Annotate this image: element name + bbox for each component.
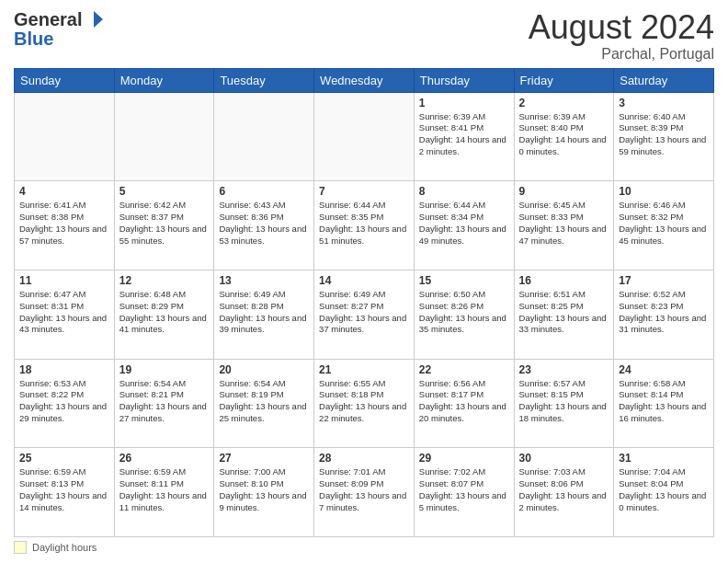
calendar-cell: 3Sunrise: 6:40 AMSunset: 8:39 PMDaylight…: [614, 92, 714, 181]
calendar-day-header: Monday: [114, 68, 214, 92]
cell-content: Sunset: 8:09 PM: [319, 478, 409, 490]
daylight-box-icon: [14, 541, 27, 554]
cell-content: Daylight: 14 hours and 0 minutes.: [519, 134, 609, 158]
cell-content: Daylight: 13 hours and 11 minutes.: [119, 490, 210, 514]
calendar-cell: 22Sunrise: 6:56 AMSunset: 8:17 PMDayligh…: [414, 359, 514, 448]
calendar-cell: 20Sunrise: 6:54 AMSunset: 8:19 PMDayligh…: [214, 359, 314, 448]
day-number: 24: [619, 363, 709, 376]
svg-marker-0: [94, 11, 103, 28]
day-number: 5: [119, 185, 210, 198]
cell-content: Sunrise: 6:40 AM: [619, 111, 709, 123]
calendar-cell: 24Sunrise: 6:58 AMSunset: 8:14 PMDayligh…: [614, 359, 714, 448]
title-section: August 2024 Parchal, Portugal: [529, 9, 714, 63]
cell-content: Sunset: 8:25 PM: [519, 301, 609, 313]
cell-content: Sunrise: 7:03 AM: [519, 466, 609, 478]
cell-content: Daylight: 13 hours and 18 minutes.: [519, 401, 609, 425]
calendar-cell: 29Sunrise: 7:02 AMSunset: 8:07 PMDayligh…: [414, 448, 514, 537]
cell-content: Sunset: 8:32 PM: [619, 212, 709, 224]
calendar-cell: 11Sunrise: 6:47 AMSunset: 8:31 PMDayligh…: [15, 270, 115, 359]
cell-content: Daylight: 13 hours and 14 minutes.: [19, 490, 109, 514]
calendar-day-header: Tuesday: [214, 68, 314, 92]
day-number: 17: [619, 274, 709, 287]
cell-content: Daylight: 13 hours and 43 minutes.: [19, 313, 109, 337]
calendar-cell: 27Sunrise: 7:00 AMSunset: 8:10 PMDayligh…: [214, 448, 314, 537]
calendar-cell: 28Sunrise: 7:01 AMSunset: 8:09 PMDayligh…: [314, 448, 415, 537]
cell-content: Sunrise: 6:52 AM: [619, 289, 709, 301]
cell-content: Sunrise: 6:43 AM: [219, 200, 309, 212]
cell-content: Sunrise: 6:49 AM: [319, 289, 409, 301]
cell-content: Sunset: 8:04 PM: [619, 478, 709, 490]
calendar-cell: 31Sunrise: 7:04 AMSunset: 8:04 PMDayligh…: [614, 448, 714, 537]
calendar-cell: [15, 92, 115, 181]
cell-content: Daylight: 13 hours and 16 minutes.: [619, 401, 709, 425]
day-number: 30: [519, 452, 609, 465]
calendar-cell: 7Sunrise: 6:44 AMSunset: 8:35 PMDaylight…: [314, 181, 415, 270]
calendar-day-header: Saturday: [614, 68, 714, 92]
cell-content: Sunset: 8:27 PM: [319, 301, 409, 313]
cell-content: Sunrise: 7:04 AM: [619, 466, 709, 478]
day-number: 23: [519, 363, 609, 376]
main-title: August 2024: [529, 9, 714, 46]
cell-content: Sunset: 8:15 PM: [519, 389, 609, 401]
cell-content: Daylight: 13 hours and 39 minutes.: [219, 313, 309, 337]
cell-content: Sunrise: 6:44 AM: [419, 200, 509, 212]
cell-content: Daylight: 13 hours and 7 minutes.: [319, 490, 409, 514]
day-number: 15: [419, 274, 509, 287]
day-number: 13: [219, 274, 309, 287]
calendar-day-header: Friday: [514, 68, 614, 92]
day-number: 1: [419, 97, 509, 109]
cell-content: Sunrise: 6:56 AM: [419, 378, 509, 390]
cell-content: Sunset: 8:39 PM: [619, 122, 709, 134]
day-number: 3: [619, 97, 709, 109]
day-number: 26: [119, 452, 210, 465]
cell-content: Daylight: 13 hours and 55 minutes.: [119, 224, 210, 247]
cell-content: Sunset: 8:34 PM: [419, 212, 509, 224]
cell-content: Sunrise: 7:00 AM: [219, 466, 309, 478]
day-number: 19: [119, 363, 210, 376]
day-number: 12: [119, 274, 210, 287]
subtitle: Parchal, Portugal: [529, 46, 714, 63]
cell-content: Sunrise: 6:44 AM: [319, 200, 409, 212]
page: General Blue August 2024 Parchal, Portug…: [0, 0, 728, 563]
calendar-cell: 16Sunrise: 6:51 AMSunset: 8:25 PMDayligh…: [514, 270, 614, 359]
cell-content: Sunrise: 6:48 AM: [119, 289, 210, 301]
cell-content: Sunset: 8:13 PM: [19, 478, 109, 490]
cell-content: Daylight: 13 hours and 51 minutes.: [319, 224, 409, 247]
cell-content: Daylight: 14 hours and 2 minutes.: [419, 134, 509, 158]
logo: General Blue: [14, 9, 104, 48]
header: General Blue August 2024 Parchal, Portug…: [14, 9, 714, 63]
cell-content: Daylight: 13 hours and 29 minutes.: [19, 401, 109, 425]
day-number: 14: [319, 274, 409, 287]
day-number: 10: [619, 185, 709, 198]
cell-content: Daylight: 13 hours and 0 minutes.: [619, 490, 709, 514]
cell-content: Sunrise: 6:46 AM: [619, 200, 709, 212]
cell-content: Sunset: 8:38 PM: [19, 212, 109, 224]
day-number: 31: [619, 452, 709, 465]
calendar-cell: 23Sunrise: 6:57 AMSunset: 8:15 PMDayligh…: [514, 359, 614, 448]
cell-content: Sunset: 8:19 PM: [219, 389, 309, 401]
day-number: 11: [19, 274, 109, 287]
cell-content: Sunrise: 6:39 AM: [519, 111, 609, 123]
cell-content: Sunrise: 7:01 AM: [319, 466, 409, 478]
cell-content: Daylight: 13 hours and 9 minutes.: [219, 490, 309, 514]
cell-content: Sunrise: 6:45 AM: [519, 200, 609, 212]
cell-content: Sunset: 8:06 PM: [519, 478, 609, 490]
footer: Daylight hours: [14, 541, 714, 554]
cell-content: Daylight: 13 hours and 5 minutes.: [419, 490, 509, 514]
cell-content: Sunset: 8:26 PM: [419, 301, 509, 313]
calendar-day-header: Thursday: [414, 68, 514, 92]
calendar-cell: 4Sunrise: 6:41 AMSunset: 8:38 PMDaylight…: [15, 181, 115, 270]
cell-content: Sunset: 8:17 PM: [419, 389, 509, 401]
cell-content: Sunrise: 6:47 AM: [19, 289, 109, 301]
cell-content: Daylight: 13 hours and 59 minutes.: [619, 134, 709, 158]
cell-content: Sunset: 8:10 PM: [219, 478, 309, 490]
calendar-body: 1Sunrise: 6:39 AMSunset: 8:41 PMDaylight…: [15, 92, 714, 536]
day-number: 25: [19, 452, 109, 465]
cell-content: Daylight: 13 hours and 37 minutes.: [319, 313, 409, 337]
day-number: 8: [419, 185, 509, 198]
calendar-cell: 5Sunrise: 6:42 AMSunset: 8:37 PMDaylight…: [114, 181, 214, 270]
cell-content: Daylight: 13 hours and 57 minutes.: [19, 224, 109, 247]
logo-flag-icon: [84, 9, 104, 29]
day-number: 4: [19, 185, 109, 198]
cell-content: Sunrise: 7:02 AM: [419, 466, 509, 478]
